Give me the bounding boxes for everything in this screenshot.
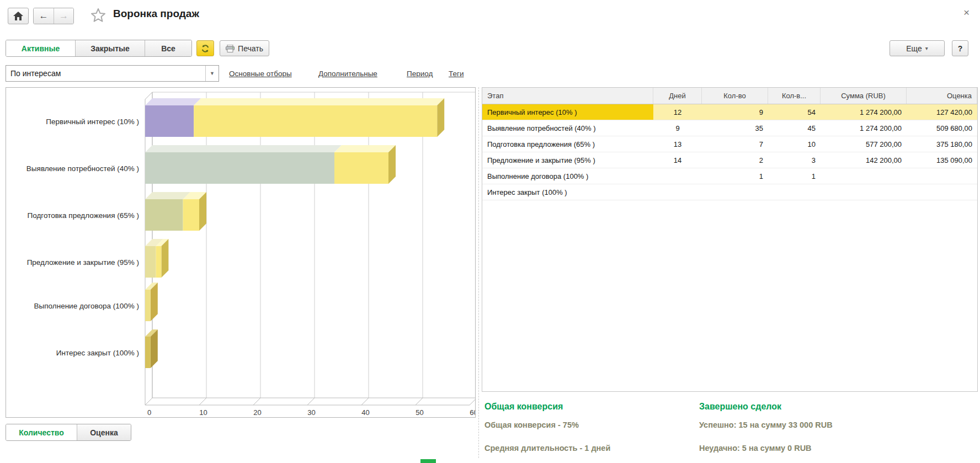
- funnel-category-label: Предложение и закрытие (95% ): [27, 258, 139, 267]
- table-cell[interactable]: 142 200,00: [821, 152, 907, 168]
- table-cell[interactable]: 577 200,00: [821, 136, 907, 152]
- table-cell[interactable]: 1: [702, 168, 768, 184]
- combobox-dropdown-icon[interactable]: ▼: [205, 66, 219, 81]
- funnel-bar-segment[interactable]: [334, 152, 388, 184]
- table-cell[interactable]: 1: [768, 168, 821, 184]
- table-cell[interactable]: Подготовка предложения (65% ): [482, 136, 653, 152]
- funnel-category-label: Выполнение договора (100% ): [34, 302, 139, 310]
- link-additional[interactable]: Дополнительные: [318, 70, 377, 78]
- table-cell[interactable]: Выполнение договора (100% ): [482, 168, 653, 184]
- link-period[interactable]: Период: [407, 70, 433, 78]
- table-cell[interactable]: 509 680,00: [907, 120, 977, 136]
- table-row[interactable]: Выполнение договора (100% )11: [482, 168, 977, 184]
- link-main-filters[interactable]: Основные отборы: [229, 70, 292, 78]
- link-tags[interactable]: Теги: [449, 70, 464, 78]
- table-cell[interactable]: 35: [702, 120, 768, 136]
- table-row[interactable]: Выявление потребностей (40% )935451 274 …: [482, 120, 977, 136]
- forward-button[interactable]: →: [54, 8, 73, 24]
- column-header[interactable]: Этап: [482, 88, 653, 104]
- home-button[interactable]: [8, 8, 29, 24]
- column-header[interactable]: Кол-во: [702, 88, 768, 104]
- table-cell[interactable]: 3: [768, 152, 821, 168]
- table-cell[interactable]: 375 180,00: [907, 136, 977, 152]
- table-cell[interactable]: [907, 168, 977, 184]
- stages-table: ЭтапДнейКол-воКол-в...Сумма (RUB)Оценка …: [482, 87, 978, 392]
- x-axis-tick-label: 10: [199, 408, 207, 417]
- tab-all[interactable]: Все: [145, 40, 191, 56]
- tab-estimate[interactable]: Оценка: [77, 424, 131, 440]
- column-header[interactable]: Кол-в...: [768, 88, 821, 104]
- table-cell[interactable]: 1 274 200,00: [821, 104, 907, 120]
- funnel-bar-segment[interactable]: [156, 246, 162, 278]
- funnel-category-label: Первичный интерес (10% ): [46, 118, 139, 126]
- table-cell[interactable]: [821, 184, 907, 200]
- funnel-bar-segment[interactable]: [183, 199, 199, 231]
- refresh-button[interactable]: [196, 40, 214, 56]
- funnel-bar-top-face: [194, 98, 444, 105]
- table-cell[interactable]: 12: [653, 104, 702, 120]
- axis-tick: [361, 398, 369, 405]
- table-cell[interactable]: 13: [653, 136, 702, 152]
- table-cell[interactable]: Выявление потребностей (40% ): [482, 120, 653, 136]
- column-header[interactable]: Оценка: [907, 88, 977, 104]
- funnel-bar-segment[interactable]: [145, 105, 194, 137]
- help-button[interactable]: ?: [952, 40, 968, 56]
- table-cell[interactable]: [821, 168, 907, 184]
- funnel-bar-segment[interactable]: [145, 199, 183, 231]
- funnel-bar-segment[interactable]: [194, 105, 437, 137]
- axis-tick: [199, 398, 206, 405]
- funnel-chart: 0102030405060Первичный интерес (10% )Выя…: [6, 88, 475, 417]
- print-button[interactable]: Печать: [220, 40, 269, 56]
- table-cell[interactable]: Интерес закрыт (100% ): [482, 184, 653, 200]
- summary-conversion-title: Общая конверсия: [484, 402, 563, 412]
- table-cell[interactable]: 45: [768, 120, 821, 136]
- back-button[interactable]: ←: [34, 8, 54, 24]
- tab-active[interactable]: Активные: [6, 40, 75, 56]
- summary-duration-line: Средняя длительность - 1 дней: [484, 444, 610, 453]
- table-cell[interactable]: 14: [653, 152, 702, 168]
- table-cell[interactable]: 1 274 200,00: [821, 120, 907, 136]
- chart-view-tabs: Количество Оценка: [6, 424, 131, 441]
- table-cell[interactable]: [702, 184, 768, 200]
- funnel-category-label: Выявление потребностей (40% ): [26, 164, 139, 173]
- grouping-combobox[interactable]: По интересам ▼: [6, 65, 219, 82]
- table-cell[interactable]: Предложение и закрытие (95% ): [482, 152, 653, 168]
- table-cell[interactable]: 9: [653, 120, 702, 136]
- axis-tick: [307, 398, 315, 405]
- table-cell[interactable]: 127 420,00: [907, 104, 977, 120]
- table-cell[interactable]: 9: [702, 104, 768, 120]
- table-row[interactable]: Первичный интерес (10% )129541 274 200,0…: [482, 104, 977, 120]
- table-cell[interactable]: [653, 168, 702, 184]
- table-cell[interactable]: 7: [702, 136, 768, 152]
- tab-closed[interactable]: Закрытые: [75, 40, 145, 56]
- axis-tick: [470, 398, 475, 405]
- table-cell[interactable]: 10: [768, 136, 821, 152]
- more-button[interactable]: Еще ▾: [890, 40, 945, 56]
- table-cell[interactable]: Первичный интерес (10% ): [482, 104, 653, 120]
- funnel-bar-top-face: [145, 98, 201, 105]
- table-cell[interactable]: [907, 184, 977, 200]
- summary-failed-line: Неудачно: 5 на сумму 0 RUB: [699, 444, 812, 453]
- funnel-bar-segment[interactable]: [145, 152, 334, 184]
- axis-tick: [416, 398, 423, 405]
- table-cell[interactable]: 2: [702, 152, 768, 168]
- table-cell[interactable]: [768, 184, 821, 200]
- funnel-bar-segment[interactable]: [145, 337, 151, 368]
- table-row[interactable]: Интерес закрыт (100% ): [482, 184, 977, 200]
- table-row[interactable]: Подготовка предложения (65% )13710577 20…: [482, 136, 977, 152]
- chevron-down-icon: ▾: [925, 45, 928, 51]
- table-cell[interactable]: 135 090,00: [907, 152, 977, 168]
- taskbar-peek-strip: [420, 459, 436, 463]
- panel-splitter[interactable]: [478, 87, 479, 458]
- close-icon[interactable]: ×: [963, 7, 970, 19]
- column-header[interactable]: Сумма (RUB): [821, 88, 907, 104]
- funnel-bar-segment[interactable]: [145, 290, 151, 321]
- column-header[interactable]: Дней: [653, 88, 702, 104]
- table-row[interactable]: Предложение и закрытие (95% )1423142 200…: [482, 152, 977, 168]
- favorite-star-button[interactable]: [90, 7, 106, 24]
- funnel-bar-segment[interactable]: [145, 246, 156, 278]
- tab-quantity[interactable]: Количество: [6, 424, 77, 440]
- table-cell[interactable]: [653, 184, 702, 200]
- summary-deals-title: Завершено сделок: [699, 402, 781, 412]
- table-cell[interactable]: 54: [768, 104, 821, 120]
